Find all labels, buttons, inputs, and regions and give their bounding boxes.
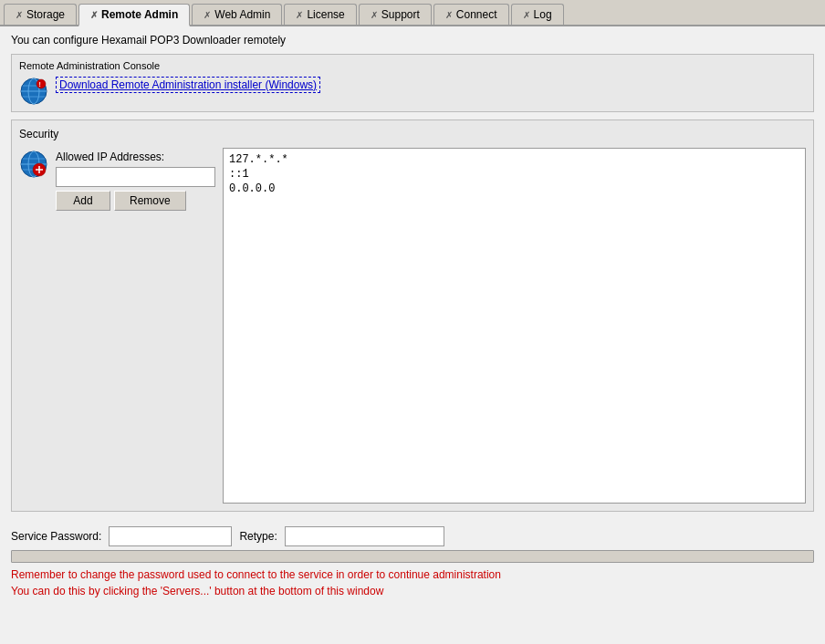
intro-text: You can configure Hexamail POP3 Download… [11, 34, 814, 47]
main-content: You can configure Hexamail POP3 Download… [0, 26, 825, 644]
ip-input-area: Add Remove [56, 167, 215, 211]
globe-icon: ! [19, 77, 48, 106]
security-row: Allowed IP Addresses: Add Remove 127.*.*… [19, 148, 806, 504]
connect-tab-icon: ✗ [445, 10, 453, 20]
ip-label: Allowed IP Addresses: [56, 148, 215, 163]
tab-web-admin[interactable]: ✗ Web Admin [192, 4, 282, 25]
tab-connect[interactable]: ✗ Connect [433, 4, 509, 25]
retype-password-input[interactable] [285, 526, 444, 546]
tab-storage[interactable]: ✗ Storage [4, 4, 77, 25]
list-item: 127.*.*.* [227, 152, 801, 167]
note-2: You can do this by clicking the 'Servers… [11, 585, 814, 597]
ip-list[interactable]: 127.*.*.* ::1 0.0.0.0 [223, 148, 806, 504]
service-password-label: Service Password: [11, 530, 101, 543]
tab-license[interactable]: ✗ License [284, 4, 356, 25]
storage-tab-icon: ✗ [16, 10, 23, 20]
add-button[interactable]: Add [56, 191, 110, 211]
ip-address-input[interactable] [56, 167, 215, 187]
password-row: Service Password: Retype: [11, 519, 814, 550]
tab-log[interactable]: ✗ Log [511, 4, 564, 25]
scrollbar[interactable] [11, 550, 814, 563]
ip-buttons: Add Remove [56, 191, 215, 211]
remote-admin-console-panel: Remote Administration Console ! Download… [11, 54, 814, 112]
tab-support[interactable]: ✗ Support [359, 4, 432, 25]
security-section: Security Allowed IP Addresses: Add [11, 119, 814, 512]
svg-text:!: ! [39, 81, 41, 88]
support-tab-icon: ✗ [371, 10, 378, 20]
tab-bar: ✗ Storage ✗ Remote Admin ✗ Web Admin ✗ L… [0, 0, 825, 26]
remove-button[interactable]: Remove [114, 191, 186, 211]
log-tab-icon: ✗ [523, 10, 530, 20]
panel-row: ! Download Remote Administration install… [19, 77, 806, 106]
download-link[interactable]: Download Remote Administration installer… [56, 77, 320, 93]
remote-admin-tab-icon: ✗ [90, 10, 98, 20]
service-password-input[interactable] [109, 526, 232, 546]
svg-point-5 [37, 79, 46, 88]
web-admin-tab-icon: ✗ [204, 10, 211, 20]
security-title: Security [19, 128, 806, 140]
ip-left: Allowed IP Addresses: Add Remove [56, 148, 215, 211]
note-1: Remember to change the password used to … [11, 568, 814, 581]
retype-label: Retype: [239, 530, 277, 543]
tab-remote-admin[interactable]: ✗ Remote Admin [78, 4, 190, 26]
list-item: ::1 [227, 167, 801, 182]
license-tab-icon: ✗ [296, 10, 303, 20]
list-item: 0.0.0.0 [227, 182, 801, 196]
security-globe-icon [19, 150, 48, 179]
panel-title: Remote Administration Console [19, 60, 806, 71]
